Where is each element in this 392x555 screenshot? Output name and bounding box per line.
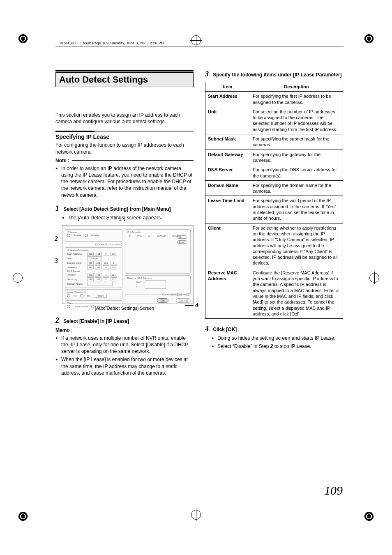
- table-cell-item: DNS Server: [205, 165, 250, 181]
- table-header-desc: Description: [250, 82, 343, 92]
- shot-hours: 4Hours: [94, 294, 107, 298]
- shot-subnet: Subnet Mask:: [67, 262, 86, 264]
- left-column: Auto Detect Settings This section enable…: [55, 70, 194, 378]
- step-number: 3: [205, 70, 212, 78]
- table-row: UnitFor selecting the number of IP addre…: [205, 107, 343, 134]
- shot-enable: Enable: [74, 234, 81, 237]
- shot-lease-limit: Lease Time Limit: [67, 291, 120, 293]
- memo-rule: [75, 330, 194, 330]
- radio-icon: [80, 294, 83, 297]
- ip-octet: 0: [111, 261, 117, 265]
- intro-text: This section enables you to assign an IP…: [55, 112, 194, 125]
- callout-leader: [185, 305, 194, 306]
- ip-octet: 168: [95, 252, 101, 256]
- ip-octet: 192: [87, 277, 94, 281]
- shot-disable: Disable: [91, 234, 99, 237]
- shot-dns: DNS Server: [67, 270, 86, 272]
- book-header: VR-N1600_J.book Page 109 Tuesday, June 3…: [60, 41, 164, 45]
- add-button: Add: [171, 293, 180, 296]
- crop-mark-bl: [18, 511, 28, 521]
- table-row: Start AddressFor specifying the first IP…: [205, 92, 343, 107]
- table-cell-item: Lease Time Limit: [205, 196, 250, 223]
- step-number: 2: [55, 316, 62, 325]
- table-cell-desc: For specifying the gateway for the camer…: [250, 150, 343, 165]
- radio-icon: [67, 294, 70, 297]
- header-rule: [55, 38, 344, 39]
- table-row: Reserve MAC AddressConfigure the [Reserv…: [205, 268, 343, 318]
- step1-bullet: The [Auto Detect Settings] screen appear…: [68, 214, 194, 221]
- callout-3: 3: [55, 257, 58, 265]
- note-rule: [72, 160, 194, 161]
- delete-ip-button: Delete IP Information: [95, 243, 122, 246]
- shot-gateway: Gateway:: [67, 266, 86, 269]
- ip-octet: 252: [111, 277, 117, 281]
- shot-primary: Primary:: [67, 274, 86, 276]
- ip-octet: 192: [87, 252, 94, 256]
- ip-field: [145, 285, 166, 289]
- ip-octet: 100: [111, 252, 117, 256]
- shot-iplease-label: IP Lease: [67, 231, 120, 233]
- step-title: Click [OK]: [213, 327, 237, 332]
- step-title: Specify the following items under [IP Le…: [213, 72, 341, 78]
- table-cell-item: Default Gateway: [205, 150, 250, 165]
- ip-octet: 0: [103, 273, 109, 277]
- reg-mark-bottom: [191, 509, 201, 520]
- table-cell-desc: For selecting whether to apply restricti…: [250, 223, 343, 268]
- table-cell-item: Subnet Mask: [205, 134, 250, 150]
- ip-octet: 255: [95, 261, 101, 265]
- mac-label: MAC: [136, 281, 143, 283]
- step-title: Select [Enable] in [IP Lease]: [63, 318, 129, 324]
- step2-bullet: When the [IP Lease] is enabled for two o…: [61, 356, 194, 376]
- table-cell-item: Start Address: [205, 92, 250, 107]
- ip-octet: 253: [111, 273, 117, 277]
- table-cell-item: Reserve MAC Address: [205, 268, 250, 318]
- ip-octet: 255: [87, 261, 94, 265]
- col-mac: MAC: [137, 235, 142, 237]
- shot-secondary: Secondry:: [67, 278, 86, 281]
- ok-button: OK: [157, 298, 168, 303]
- table-cell-item: Unit: [205, 107, 250, 134]
- shot-param-title: IP Lease Parameter: [67, 249, 120, 251]
- note-bullet: In order to assign an IP address of the …: [61, 165, 194, 198]
- step-number: 4: [205, 325, 212, 333]
- shot-no: No: [74, 295, 77, 297]
- callout-4: 4: [195, 302, 198, 309]
- table-row: DNS ServerFor specifying the DNS server …: [205, 165, 343, 181]
- shot-start-addr: Start Address:: [67, 253, 86, 255]
- section-rule: [55, 131, 194, 132]
- cancel-button: Cancel: [176, 298, 191, 303]
- page-number: 109: [324, 484, 343, 497]
- shot-only-camera: Only Camera: [74, 305, 88, 308]
- shot-any-client: Any Client: [98, 305, 109, 308]
- callout-2: 2: [55, 235, 58, 242]
- table-row: Subnet MaskFor specifying the subnet mas…: [205, 134, 343, 150]
- reg-mark-top: [191, 35, 201, 46]
- unit-select: 20Units: [87, 256, 102, 260]
- ip-octet: 0: [103, 265, 109, 269]
- page-content: Auto Detect Settings This section enable…: [55, 70, 343, 378]
- step4-bullet: Doing so hides the setting screen and st…: [217, 335, 343, 341]
- down-button: Down: [177, 240, 187, 244]
- radio-icon: [91, 305, 95, 308]
- ip-octet: 192: [87, 265, 94, 269]
- table-row: Domain NameFor specifying the domain nam…: [205, 180, 343, 196]
- crop-mark-br: [364, 511, 374, 521]
- table-cell-desc: Configure the [Reserve MAC Address] if y…: [250, 268, 343, 318]
- table-cell-desc: For specifying the subnet mask for the c…: [250, 134, 343, 150]
- ip-lease-parameter-table: Item Description Start AddressFor specif…: [205, 82, 343, 319]
- ip-octet: 192: [87, 273, 94, 277]
- step-number: 1: [55, 204, 62, 213]
- domain-field: [87, 282, 113, 286]
- table-cell-item: Client: [205, 223, 250, 268]
- col-ch: CH: [148, 235, 152, 237]
- reg-mark-left: [12, 272, 23, 283]
- shot-unit: Unit:: [67, 257, 86, 260]
- table-cell-desc: For specifying the domain name for the c…: [250, 180, 343, 196]
- note-label: Note :: [55, 158, 69, 164]
- auto-detect-settings-screenshot: IP Lease Enable Disable Delete IP Inform…: [62, 225, 194, 304]
- ip-label: IP: [136, 286, 143, 288]
- col-maker: MAKER: [157, 235, 166, 237]
- step2-bullet: If a network uses a multiple number of N…: [61, 335, 194, 355]
- sub-intro: For configuring the function to assign I…: [55, 142, 194, 155]
- up-button: Up: [177, 235, 187, 239]
